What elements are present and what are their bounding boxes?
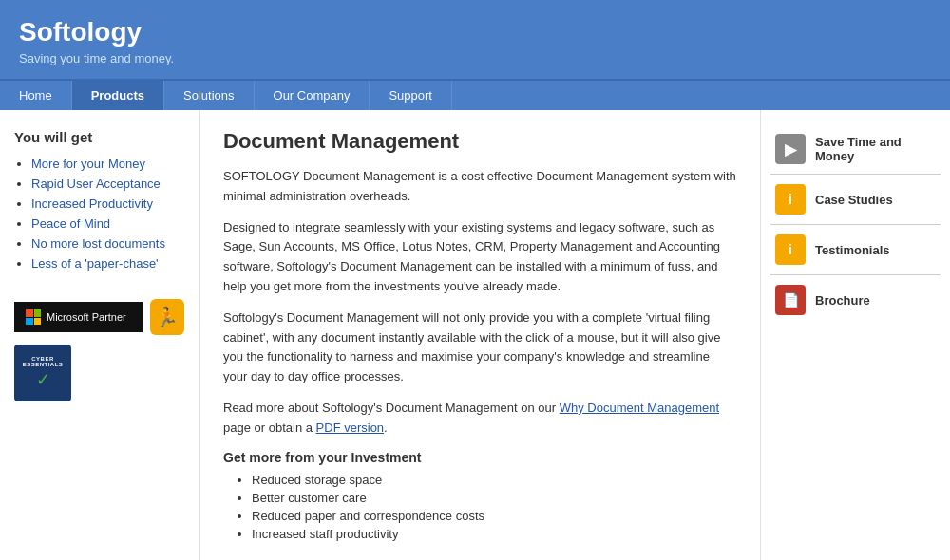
sidebar-heading: You will get [14,129,184,145]
badges-row: Microsoft Partner 🏃 [14,299,184,335]
list-item: Rapid User Acceptance [31,177,184,191]
pdf-link[interactable]: PDF version [316,420,385,435]
nav-home[interactable]: Home [0,81,72,110]
list-item: Better customer care [252,491,736,505]
case-studies-icon: i [775,184,806,215]
intro-para: SOFTOLOGY Document Management is a cost … [223,167,736,207]
page-title: Document Management [223,129,736,154]
nav-our-company[interactable]: Our Company [255,81,370,110]
save-time-icon: ▶ [775,134,806,164]
sidebar-link-productivity[interactable]: Increased Productivity [31,196,153,211]
left-sidebar: You will get More for your Money Rapid U… [0,110,200,560]
ms-partner-label: Microsoft Partner [47,311,126,323]
read-more-suffix: . [384,420,388,435]
checkmark-icon: ✓ [36,369,50,390]
sidebar-links: More for your Money Rapid User Acceptanc… [14,157,184,271]
sidebar-link-rapid[interactable]: Rapid User Acceptance [31,177,161,191]
case-studies-label: Case Studies [815,193,893,207]
brochure-icon: 📄 [775,285,806,315]
why-doc-link[interactable]: Why Document Management [560,401,719,415]
site-tagline: Saving you time and money. [19,51,931,65]
list-item: Reduced storage space [252,473,736,487]
nav-products[interactable]: Products [72,81,164,110]
list-item: Increased Productivity [31,196,184,211]
cyber-text: CYBERESSENTIALS [23,356,64,367]
brochure-link[interactable]: 📄 Brochure [770,275,940,325]
sidebar-link-money[interactable]: More for your Money [31,157,145,171]
main-content: Document Management SOFTOLOGY Document M… [200,110,760,560]
nav-support[interactable]: Support [370,81,452,110]
content-wrapper: You will get More for your Money Rapid U… [0,110,950,560]
read-more-text: Read more about Softology's Document Man… [223,401,560,415]
list-item: No more lost documents [31,236,184,251]
filing-para: Softology's Document Management will not… [223,308,736,387]
list-item: Peace of Mind [31,216,184,231]
yellow-figure-badge: 🏃 [150,299,184,335]
list-item: Reduced paper and correspondence costs [252,509,736,523]
testimonials-icon: i [775,234,806,265]
integration-para: Designed to integrate seamlessly with yo… [223,218,736,297]
testimonials-label: Testimonials [815,243,890,257]
list-item: More for your Money [31,157,184,171]
testimonials-link[interactable]: i Testimonials [770,225,940,275]
sidebar-link-paper[interactable]: Less of a 'paper-chase' [31,256,159,271]
ms-logo-icon [26,309,41,325]
site-header: Softology Saving you time and money. [0,0,950,79]
nav-solutions[interactable]: Solutions [164,81,254,110]
right-sidebar: ▶ Save Time and Money i Case Studies i T… [760,110,950,560]
read-more-middle: page or obtain a [223,420,316,435]
sidebar-badges: Microsoft Partner 🏃 CYBERESSENTIALS ✓ [14,299,184,401]
brochure-label: Brochure [815,293,870,308]
figure-icon: 🏃 [155,306,179,328]
cyber-badge: CYBERESSENTIALS ✓ [14,345,71,401]
investment-heading: Get more from your Investment [223,450,736,465]
sidebar-link-peace[interactable]: Peace of Mind [31,216,110,231]
read-more-para: Read more about Softology's Document Man… [223,399,736,439]
save-time-label: Save Time and Money [815,135,936,163]
list-item: Increased staff productivity [252,527,736,541]
case-studies-link[interactable]: i Case Studies [770,175,940,225]
site-title: Softology [19,17,931,47]
sidebar-link-lost[interactable]: No more lost documents [31,236,165,251]
list-item: Less of a 'paper-chase' [31,256,184,271]
ms-partner-badge: Microsoft Partner [14,302,142,332]
save-time-link[interactable]: ▶ Save Time and Money [770,124,940,175]
main-nav: Home Products Solutions Our Company Supp… [0,79,950,110]
investment-list: Reduced storage space Better customer ca… [223,473,736,541]
